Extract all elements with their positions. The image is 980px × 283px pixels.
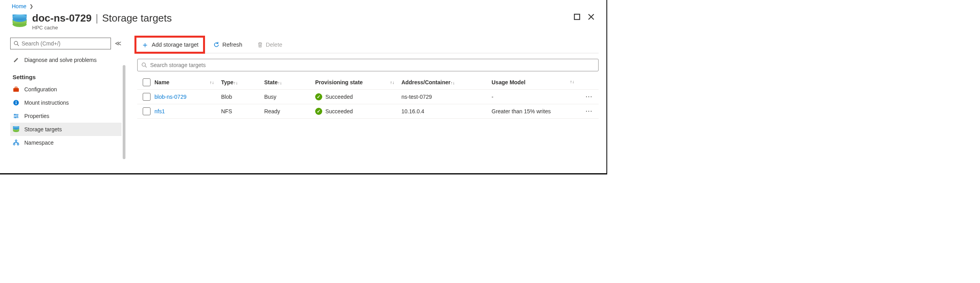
delete-button: Delete	[253, 39, 286, 50]
row-checkbox[interactable]	[143, 107, 151, 115]
cell-type: Blob	[221, 94, 264, 100]
svg-point-8	[17, 115, 18, 116]
nav-section-settings: Settings	[10, 67, 122, 83]
main-content: ＋ Add storage target Refresh Delete	[125, 38, 606, 174]
svg-point-6	[16, 101, 16, 102]
col-state-header[interactable]: State	[264, 79, 278, 85]
svg-rect-3	[15, 87, 17, 88]
storage-target-link[interactable]: blob-ns-0729	[154, 94, 187, 100]
col-name-header[interactable]: Name	[154, 79, 169, 85]
blade-name: Storage targets	[102, 13, 172, 24]
col-prov-header[interactable]: Provisioning state	[315, 79, 363, 85]
sort-icon[interactable]: ↑↓	[450, 80, 462, 85]
sidebar-search-input[interactable]	[22, 40, 107, 47]
storage-target-link[interactable]: nfs1	[154, 108, 165, 114]
refresh-icon	[213, 42, 220, 48]
svg-point-12	[17, 143, 19, 145]
nav-properties[interactable]: Properties	[10, 109, 122, 123]
hpc-cache-icon	[12, 14, 27, 29]
sidebar: ≪ Diagnose and solve problems Settings C…	[0, 38, 125, 174]
sort-icon[interactable]: ↑↓	[210, 80, 221, 85]
svg-point-10	[15, 140, 17, 142]
success-icon: ✓	[315, 108, 322, 115]
cell-usage: Greater than 15% writes	[492, 108, 581, 114]
cell-addr: ns-test-0729	[401, 94, 492, 100]
chevron-right-icon: ❯	[29, 4, 33, 9]
resource-type-label: HPC cache	[32, 25, 172, 31]
row-context-menu[interactable]: ···	[581, 108, 597, 114]
col-usage-header[interactable]: Usage Model	[492, 79, 525, 85]
nav-configuration[interactable]: Configuration	[10, 83, 122, 96]
sliders-icon	[13, 112, 20, 120]
nav-storage-targets[interactable]: Storage targets	[10, 123, 122, 136]
col-addr-header[interactable]: Address/Container	[401, 79, 450, 85]
svg-rect-5	[16, 102, 16, 104]
add-storage-target-button[interactable]: ＋ Add storage target	[137, 38, 202, 51]
cell-prov: Succeeded	[325, 94, 353, 100]
cell-state: Ready	[264, 108, 315, 114]
restore-window-icon[interactable]	[573, 13, 581, 20]
svg-point-7	[15, 114, 16, 115]
nav-mount-instructions[interactable]: Mount instructions	[10, 96, 122, 109]
blade-header: doc-ns-0729 | Storage targets HPC cache	[0, 11, 606, 31]
svg-point-9	[15, 117, 16, 118]
trash-icon	[257, 42, 263, 48]
hpc-cache-small-icon	[13, 126, 20, 133]
row-context-menu[interactable]: ···	[581, 94, 597, 100]
storage-targets-table: Name↑↓ Type↑↓ State↑↓ Provisioning state…	[137, 75, 599, 119]
svg-rect-0	[574, 14, 580, 20]
hierarchy-icon	[13, 139, 20, 146]
resource-name: doc-ns-0729	[32, 13, 92, 24]
refresh-button[interactable]: Refresh	[209, 39, 246, 50]
nav-namespace[interactable]: Namespace	[10, 136, 122, 149]
svg-point-13	[142, 63, 145, 66]
sort-icon[interactable]: ↑↓	[234, 80, 245, 85]
collapse-sidebar-icon[interactable]: ≪	[115, 40, 122, 47]
command-bar: ＋ Add storage target Refresh Delete	[137, 38, 599, 53]
sort-icon[interactable]: ↑↓	[278, 80, 289, 85]
svg-rect-2	[13, 88, 19, 92]
sidebar-search[interactable]	[10, 38, 111, 49]
filter-input[interactable]	[150, 62, 594, 68]
row-checkbox[interactable]	[143, 93, 151, 101]
svg-point-11	[13, 143, 15, 145]
col-type-header[interactable]: Type	[221, 79, 234, 85]
search-icon	[142, 62, 147, 68]
table-row[interactable]: blob-ns-0729 Blob Busy ✓Succeeded ns-tes…	[137, 90, 599, 104]
close-icon[interactable]	[588, 13, 595, 20]
table-header-row: Name↑↓ Type↑↓ State↑↓ Provisioning state…	[137, 75, 599, 90]
nav-diagnose[interactable]: Diagnose and solve problems	[10, 53, 122, 67]
success-icon: ✓	[315, 93, 322, 100]
wrench-icon	[13, 56, 20, 63]
cell-type: NFS	[221, 108, 264, 114]
plus-icon: ＋	[141, 41, 149, 49]
search-icon	[14, 41, 19, 46]
sidebar-scrollbar[interactable]	[123, 65, 125, 159]
breadcrumb: Home ❯	[0, 0, 606, 11]
cell-usage: -	[492, 94, 581, 100]
cell-prov: Succeeded	[325, 108, 353, 114]
page-title: doc-ns-0729 | Storage targets	[32, 13, 172, 24]
toolbox-icon	[13, 86, 20, 93]
select-all-checkbox[interactable]	[143, 78, 151, 86]
sort-icon[interactable]: ↑↓	[390, 80, 401, 85]
breadcrumb-home-link[interactable]: Home	[12, 3, 26, 9]
svg-point-1	[14, 41, 18, 45]
cell-state: Busy	[264, 94, 315, 100]
sort-icon[interactable]: ↑↓	[570, 79, 581, 84]
table-row[interactable]: nfs1 NFS Ready ✓Succeeded 10.16.0.4 Grea…	[137, 104, 599, 119]
cell-addr: 10.16.0.4	[401, 108, 492, 114]
filter-box[interactable]	[137, 59, 599, 71]
info-icon	[13, 99, 20, 106]
